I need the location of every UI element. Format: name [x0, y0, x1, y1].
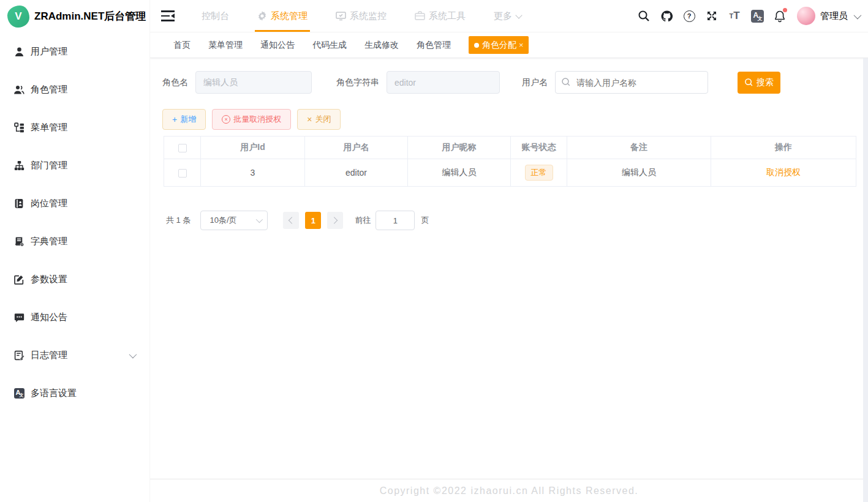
sidebar-item-label: 岗位管理: [31, 198, 67, 209]
avatar[interactable]: [797, 7, 815, 25]
username-input-wrap: [555, 71, 708, 94]
select-all-cell: [164, 137, 201, 159]
sidebar-item-label: 日志管理: [31, 350, 67, 361]
sidebar-item-posts[interactable]: 岗位管理: [0, 184, 149, 222]
nav-system-management[interactable]: 系统管理: [257, 0, 308, 32]
notification-dot: [783, 8, 787, 12]
prev-page-button[interactable]: [283, 212, 299, 229]
batch-cancel-auth-button[interactable]: × 批量取消授权: [212, 109, 291, 130]
sidebar-item-label: 角色管理: [31, 84, 67, 96]
close-icon[interactable]: ×: [519, 40, 524, 50]
role-key-input[interactable]: [387, 71, 500, 94]
tab-generate-modify[interactable]: 生成修改: [364, 40, 399, 51]
page-number-1[interactable]: 1: [305, 212, 321, 229]
add-button-label: 新增: [180, 114, 196, 125]
sidebar-item-logs[interactable]: 日志管理: [0, 336, 149, 374]
cell-username: editor: [305, 159, 408, 187]
sidebar: V ZRAdmin.NET后台管理 用户管理 角色管理 菜单管理 部门管理 岗位…: [0, 0, 150, 502]
sidebar-item-notice[interactable]: 通知公告: [0, 298, 149, 336]
table-row: 3 editor 编辑人员 正常 编辑人员 取消授权: [164, 159, 856, 187]
text-size-icon[interactable]: TT: [727, 9, 742, 23]
row-checkbox[interactable]: [178, 169, 187, 178]
sidebar-item-users[interactable]: 用户管理: [0, 32, 149, 70]
goto-page: 前往 页: [355, 211, 429, 230]
sidebar-item-label: 用户管理: [31, 46, 67, 58]
search-icon[interactable]: [636, 9, 651, 23]
pagination: 共 1 条 10条/页 1 前往 页: [166, 211, 868, 230]
tab-role-management[interactable]: 角色管理: [417, 40, 451, 51]
select-all-checkbox[interactable]: [178, 144, 187, 152]
sidebar-item-roles[interactable]: 角色管理: [0, 70, 149, 108]
logo-letter: V: [15, 10, 21, 23]
sidebar-item-departments[interactable]: 部门管理: [0, 146, 149, 184]
tab-code-generation[interactable]: 代码生成: [312, 40, 347, 51]
row-select-cell: [164, 159, 201, 187]
sidebar-menu: 用户管理 角色管理 菜单管理 部门管理 岗位管理 字典管理 参数设置 通知公告: [0, 32, 149, 412]
username-label: 用户名: [522, 77, 548, 88]
nav-label: 系统工具: [429, 10, 466, 22]
cancel-auth-link[interactable]: 取消授权: [766, 167, 801, 177]
goto-page-input[interactable]: [376, 211, 415, 230]
header-actions: ? TT A文 管理员: [628, 7, 859, 25]
close-button-label: 关闭: [315, 114, 331, 125]
cell-nickname: 编辑人员: [408, 159, 511, 187]
sidebar-item-menus[interactable]: 菜单管理: [0, 108, 149, 146]
top-header: 控制台 系统管理 系统监控 系统工具 更多 ? TT A文 管理员: [150, 0, 868, 32]
nav-system-monitor[interactable]: 系统监控: [336, 0, 387, 32]
nav-label: 系统管理: [271, 10, 308, 22]
nav-dashboard[interactable]: 控制台: [202, 0, 229, 32]
close-button[interactable]: × 关闭: [297, 109, 341, 130]
fullscreen-icon[interactable]: [704, 9, 719, 23]
copyright-text: Copyright ©2022 izhaorui.cn All Rights R…: [380, 485, 639, 496]
translate-icon[interactable]: A文: [750, 9, 764, 23]
tab-role-assignment[interactable]: 角色分配 ×: [469, 36, 529, 54]
nav-label: 更多: [494, 10, 512, 22]
chevron-down-icon[interactable]: [854, 11, 862, 19]
vertical-scrollbar[interactable]: [863, 58, 868, 502]
username[interactable]: 管理员: [820, 10, 848, 22]
tab-menu-management[interactable]: 菜单管理: [208, 40, 243, 51]
page-size-select[interactable]: 10条/页: [200, 211, 268, 230]
cell-status: 正常: [511, 159, 567, 187]
filter-form: 角色名 角色字符串 用户名 搜索: [162, 71, 856, 94]
github-icon[interactable]: [659, 9, 674, 23]
collapse-sidebar-icon[interactable]: [161, 10, 175, 21]
translate-icon: A文: [13, 388, 25, 399]
monitor-icon: [336, 11, 346, 21]
toolbox-icon: [415, 11, 425, 21]
goto-label: 前往: [355, 215, 371, 226]
bell-icon[interactable]: [772, 9, 787, 23]
badge-icon: [13, 198, 25, 209]
role-name-label: 角色名: [162, 77, 188, 88]
sidebar-item-parameters[interactable]: 参数设置: [0, 260, 149, 298]
user-table: 用户Id 用户名 用户昵称 账号状态 备注 操作 3 editor 编辑人员 正…: [164, 136, 856, 187]
add-button[interactable]: + 新增: [162, 109, 206, 130]
sidebar-item-languages[interactable]: A文 多语言设置: [0, 374, 149, 412]
search-button[interactable]: 搜索: [738, 72, 780, 94]
sidebar-item-dictionary[interactable]: 字典管理: [0, 222, 149, 260]
table-header-row: 用户Id 用户名 用户昵称 账号状态 备注 操作: [164, 137, 856, 159]
page-size-value: 10条/页: [209, 215, 256, 226]
username-input[interactable]: [555, 71, 708, 94]
nav-system-tools[interactable]: 系统工具: [415, 0, 466, 32]
log-icon: [13, 350, 25, 361]
nav-label: 系统监控: [350, 10, 387, 22]
logo-row[interactable]: V ZRAdmin.NET后台管理: [0, 0, 149, 32]
tab-label: 角色分配: [482, 40, 516, 51]
toolbar: + 新增 × 批量取消授权 × 关闭: [162, 109, 856, 130]
tab-home[interactable]: 首页: [173, 40, 191, 51]
page-unit-label: 页: [421, 215, 429, 226]
dictionary-icon: [13, 236, 25, 247]
help-icon[interactable]: ?: [682, 9, 696, 23]
col-nickname: 用户昵称: [408, 137, 511, 159]
role-name-input[interactable]: [195, 71, 312, 94]
nav-more[interactable]: 更多: [494, 0, 521, 32]
next-page-button[interactable]: [327, 212, 343, 229]
col-user-id: 用户Id: [201, 137, 305, 159]
roles-icon: [13, 84, 25, 95]
app-logo: V: [7, 6, 29, 28]
main-content: 角色名 角色字符串 用户名 搜索 + 新增 × 批量取消授权 × 关闭: [150, 58, 868, 479]
tab-notice[interactable]: 通知公告: [260, 40, 295, 51]
user-icon: [13, 46, 25, 57]
search-icon: [561, 77, 571, 89]
